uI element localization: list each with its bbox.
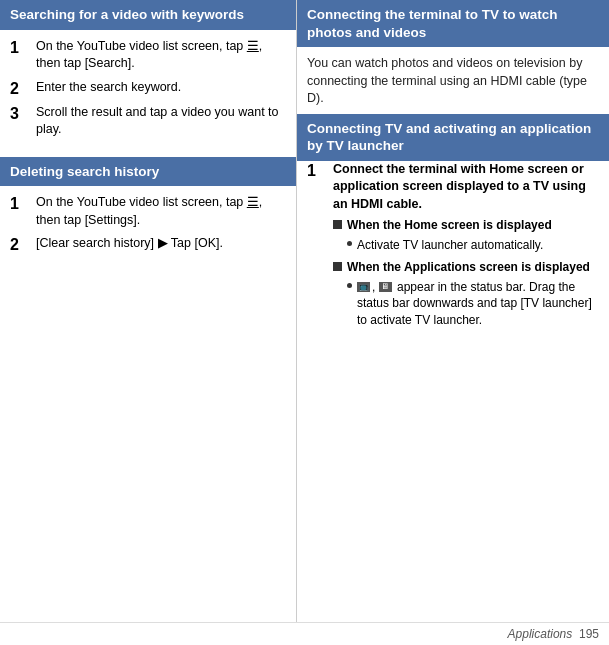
footer: Applications 195	[0, 622, 609, 645]
step-text-2: Enter the search keyword.	[36, 79, 286, 97]
sub-group-home: When the Home screen is displayed Activa…	[333, 217, 599, 254]
tv-launcher-step-text: Connect the terminal with Home screen or…	[333, 162, 586, 211]
delete-step-text-1: On the YouTube video list screen, tap ☰,…	[36, 194, 286, 229]
footer-page: 195	[579, 627, 599, 641]
bullet-square-icon	[333, 220, 342, 229]
delete-step-number-2: 2	[10, 235, 32, 254]
section-header-connect-tv: Connecting the terminal to TV to watch p…	[297, 0, 609, 47]
left-column: Searching for a video with keywords 1 On…	[0, 0, 297, 622]
connect-tv-intro: You can watch photos and videos on telev…	[297, 47, 609, 114]
step-number-2: 2	[10, 79, 32, 98]
deleting-section: Deleting search history 1 On the YouTube…	[0, 157, 296, 269]
tv-launcher-content: 1 Connect the terminal with Home screen …	[297, 161, 609, 344]
sub-heading-apps: When the Applications screen is displaye…	[333, 259, 599, 276]
tv-launcher-step-number: 1	[307, 161, 329, 180]
delete-step-number-1: 1	[10, 194, 32, 213]
bullet-dot-icon-2	[347, 283, 352, 288]
step-number-1: 1	[10, 38, 32, 57]
footer-section: Applications	[508, 627, 573, 641]
sub-item-apps-detail: 📺, 🖥 appear in the status bar. Drag the …	[333, 279, 599, 329]
step-number-3: 3	[10, 104, 32, 123]
section-header-search: Searching for a video with keywords	[0, 0, 296, 30]
screen-icon: 🖥	[379, 282, 392, 292]
bullet-square-icon-2	[333, 262, 342, 271]
sub-group-apps: When the Applications screen is displaye…	[333, 259, 599, 329]
tv-launcher-step-row: 1 Connect the terminal with Home screen …	[307, 161, 599, 334]
section-header-tv-launcher: Connecting TV and activating an applicat…	[297, 114, 609, 161]
section-content-delete: 1 On the YouTube video list screen, tap …	[0, 186, 296, 268]
sub-heading-home-text: When the Home screen is displayed	[347, 217, 599, 234]
section-header-delete: Deleting search history	[0, 157, 296, 187]
delete-step-row-1: 1 On the YouTube video list screen, tap …	[10, 194, 286, 229]
bullet-dot-icon	[347, 241, 352, 246]
sub-item-activate-text: Activate TV launcher automatically.	[357, 237, 599, 254]
sub-heading-home: When the Home screen is displayed	[333, 217, 599, 234]
step-row-1: 1 On the YouTube video list screen, tap …	[10, 38, 286, 73]
delete-step-row-2: 2 [Clear search history] ▶ Tap [OK].	[10, 235, 286, 254]
step-row-3: 3 Scroll the result and tap a video you …	[10, 104, 286, 139]
delete-step-text-2: [Clear search history] ▶ Tap [OK].	[36, 235, 286, 253]
sub-heading-apps-text: When the Applications screen is displaye…	[347, 259, 599, 276]
section-content-search: 1 On the YouTube video list screen, tap …	[0, 30, 296, 153]
step-text-1: On the YouTube video list screen, tap ☰,…	[36, 38, 286, 73]
sub-items-block: When the Home screen is displayed Activa…	[333, 217, 599, 329]
step-row-2: 2 Enter the search keyword.	[10, 79, 286, 98]
sub-item-statusbar: 📺, 🖥 appear in the status bar. Drag the …	[347, 279, 599, 329]
right-column: Connecting the terminal to TV to watch p…	[297, 0, 609, 622]
sub-item-statusbar-text: 📺, 🖥 appear in the status bar. Drag the …	[357, 279, 599, 329]
step-text-3: Scroll the result and tap a video you wa…	[36, 104, 286, 139]
sub-item-home-detail: Activate TV launcher automatically.	[333, 237, 599, 254]
tv-launcher-step-body: Connect the terminal with Home screen or…	[333, 161, 599, 334]
tv-icon: 📺	[357, 282, 370, 292]
sub-item-activate: Activate TV launcher automatically.	[347, 237, 599, 254]
